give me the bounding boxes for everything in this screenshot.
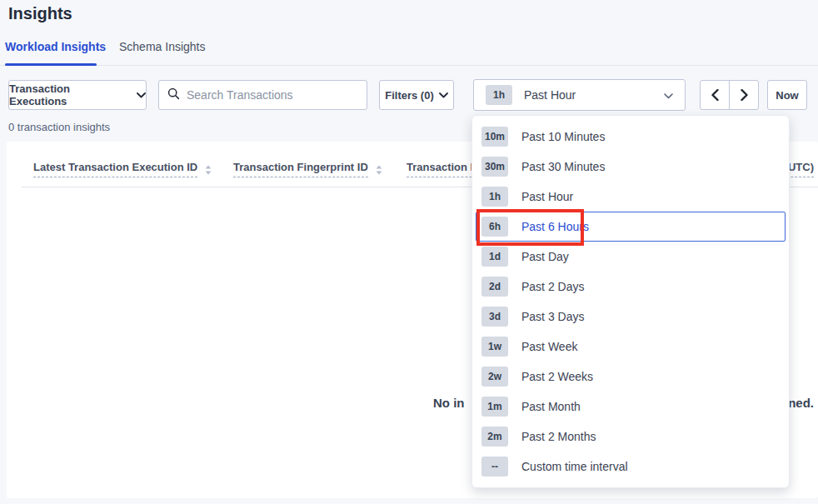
time-interval-option[interactable]: 2m Past 2 Months xyxy=(476,422,786,452)
empty-state-text-fragment-left: No in xyxy=(433,396,465,410)
time-interval-option[interactable]: -- Custom time interval xyxy=(476,452,786,482)
column-header-latest-transaction-execution-id[interactable]: Latest Transaction Execution ID xyxy=(33,161,212,178)
column-header-transaction-fingerprint-id[interactable]: Transaction Fingerprint ID xyxy=(233,161,382,178)
time-interval-option-badge: 2m xyxy=(481,427,508,447)
search-box[interactable] xyxy=(158,80,367,110)
empty-state-text-fragment-right: ned. xyxy=(788,396,814,410)
time-interval-option-label: Custom time interval xyxy=(521,460,628,473)
time-interval-option[interactable]: 1h Past Hour xyxy=(476,182,786,212)
time-interval-option-label: Past 10 Minutes xyxy=(521,130,605,143)
sort-icon[interactable] xyxy=(376,163,382,178)
time-prev-button[interactable] xyxy=(700,80,730,110)
filters-button[interactable]: Filters (0) xyxy=(379,80,454,110)
time-interval-option-badge: 2w xyxy=(481,367,508,387)
time-interval-option-label: Past 2 Days xyxy=(521,280,584,293)
time-interval-option-label: Past 2 Months xyxy=(521,430,596,443)
time-interval-dropdown-trigger[interactable]: 1h Past Hour xyxy=(473,79,686,111)
time-interval-option[interactable]: 3d Past 3 Days xyxy=(476,302,786,332)
time-interval-option-badge: 30m xyxy=(481,157,508,177)
time-interval-option-badge: 1w xyxy=(481,337,508,357)
time-interval-option-label: Past 30 Minutes xyxy=(521,160,605,173)
page-title: Insights xyxy=(8,4,72,23)
chevron-down-icon xyxy=(664,87,673,102)
time-interval-option[interactable]: 2d Past 2 Days xyxy=(476,272,786,302)
time-interval-option-label: Past Month xyxy=(521,400,581,413)
workload-type-dropdown-button[interactable]: Transaction Executions xyxy=(8,80,147,110)
time-interval-option-badge: 6h xyxy=(481,217,508,237)
chevron-down-icon xyxy=(137,92,146,98)
time-next-button[interactable] xyxy=(729,80,759,110)
time-interval-dropdown-menu: 10m Past 10 Minutes 30m Past 30 Minutes … xyxy=(471,115,790,488)
chevron-right-icon xyxy=(741,89,748,101)
time-interval-option-label: Past 6 Hours xyxy=(521,220,589,233)
time-interval-option-label: Past Hour xyxy=(521,190,573,203)
time-interval-option[interactable]: 30m Past 30 Minutes xyxy=(476,152,786,182)
time-interval-option-label: Past Week xyxy=(521,340,577,353)
workload-type-label: Transaction Executions xyxy=(9,82,130,107)
time-interval-option-badge: 1d xyxy=(481,247,508,267)
time-interval-option-label: Past Day xyxy=(521,250,569,263)
now-button[interactable]: Now xyxy=(767,80,807,110)
time-interval-option-badge: 10m xyxy=(481,127,508,147)
filters-label: Filters (0) xyxy=(385,89,434,102)
time-interval-option-badge: 2d xyxy=(481,277,508,297)
active-tab-underline xyxy=(5,63,97,66)
sort-icon[interactable] xyxy=(205,163,212,178)
time-interval-option-badge: 3d xyxy=(481,307,508,327)
search-icon xyxy=(167,87,180,103)
time-interval-option[interactable]: 1d Past Day xyxy=(476,242,786,272)
time-interval-option[interactable]: 2w Past 2 Weeks xyxy=(476,362,786,392)
chevron-down-icon xyxy=(439,92,448,98)
time-interval-badge: 1h xyxy=(486,85,512,105)
column-header-label: Latest Transaction Execution ID xyxy=(33,161,197,177)
column-header-label: Transaction Fingerprint ID xyxy=(233,161,368,177)
time-interval-option-badge: -- xyxy=(481,457,508,477)
tab-schema-insights[interactable]: Schema Insights xyxy=(119,40,206,58)
time-interval-option[interactable]: 6h Past 6 Hours xyxy=(476,212,786,242)
time-interval-option-badge: 1h xyxy=(481,187,508,207)
tabbar-divider xyxy=(0,65,818,66)
chevron-left-icon xyxy=(711,89,719,101)
time-interval-option-label: Past 2 Weeks xyxy=(521,370,593,383)
now-label: Now xyxy=(776,89,798,102)
time-interval-option[interactable]: 10m Past 10 Minutes xyxy=(476,122,786,152)
time-interval-selected-label: Past Hour xyxy=(524,88,664,102)
time-interval-option-badge: 1m xyxy=(481,397,508,417)
time-interval-option[interactable]: 1w Past Week xyxy=(476,332,786,362)
time-interval-option-label: Past 3 Days xyxy=(521,310,584,323)
tab-workload-insights[interactable]: Workload Insights xyxy=(5,40,106,58)
results-count-text: 0 transaction insights xyxy=(8,121,110,133)
time-interval-option[interactable]: 1m Past Month xyxy=(476,392,786,422)
search-input[interactable] xyxy=(187,88,358,102)
